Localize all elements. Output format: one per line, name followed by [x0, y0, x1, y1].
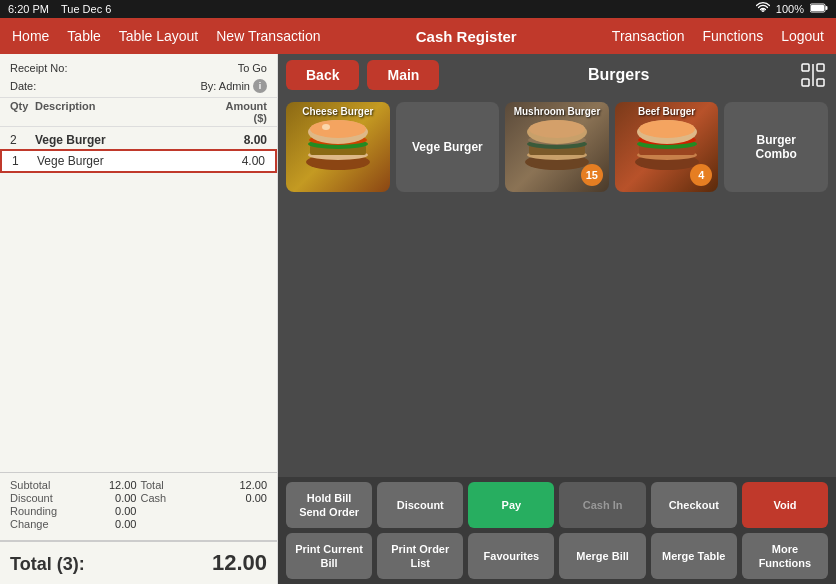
- empty2: [206, 505, 267, 517]
- menu-item-beef-burger[interactable]: Beef Burger 4: [615, 102, 719, 192]
- status-bar: 6:20 PM Tue Dec 6 100%: [0, 0, 836, 18]
- burger-combo-label: Burger Combo: [732, 129, 820, 166]
- subtotal-value: 12.00: [75, 479, 136, 491]
- beef-burger-name: Beef Burger: [615, 104, 719, 119]
- receipt-header: Receipt No: To Go Date: By: Admin i: [0, 54, 277, 98]
- item-desc: Vege Burger: [37, 154, 210, 168]
- main-layout: Receipt No: To Go Date: By: Admin i Qty …: [0, 54, 836, 584]
- admin-info: By: Admin i: [200, 78, 267, 96]
- to-go-label: To Go: [238, 60, 267, 78]
- date: Tue Dec 6: [61, 3, 111, 15]
- col-desc-header: Description: [35, 100, 212, 124]
- grand-total-value: 12.00: [212, 550, 267, 576]
- vege-burger-label: Vege Burger: [408, 136, 487, 158]
- nav-table-layout[interactable]: Table Layout: [119, 28, 198, 44]
- svg-point-24: [529, 120, 585, 138]
- checkout-button[interactable]: Checkout: [651, 482, 737, 528]
- nav-bar: Home Table Table Layout New Transaction …: [0, 18, 836, 54]
- menu-item-burger-combo[interactable]: Burger Combo: [724, 102, 828, 192]
- item-amount: 4.00: [210, 154, 265, 168]
- nav-transaction[interactable]: Transaction: [612, 28, 685, 44]
- receipt-totals: Subtotal 12.00 Total 12.00 Discount 0.00…: [0, 472, 277, 540]
- scan-icon[interactable]: [798, 60, 828, 90]
- svg-rect-7: [817, 79, 824, 86]
- time: 6:20 PM: [8, 3, 49, 15]
- change-label: Change: [10, 518, 71, 530]
- cheese-burger-image: [286, 107, 390, 187]
- top-action-bar: Back Main Burgers: [278, 54, 836, 96]
- rounding-value: 0.00: [75, 505, 136, 517]
- nav-functions[interactable]: Functions: [702, 28, 763, 44]
- receipt-panel: Receipt No: To Go Date: By: Admin i Qty …: [0, 54, 278, 584]
- nav-table[interactable]: Table: [67, 28, 100, 44]
- pay-button[interactable]: Pay: [468, 482, 554, 528]
- change-value: 0.00: [75, 518, 136, 530]
- back-button[interactable]: Back: [286, 60, 359, 90]
- menu-item-mushroom-burger[interactable]: Mushroom Burger 15: [505, 102, 609, 192]
- menu-grid: Cheese Burger Vege Burger: [278, 96, 836, 477]
- svg-point-16: [322, 124, 330, 130]
- battery-percent: 100%: [776, 3, 804, 15]
- item-amount: 8.00: [212, 133, 267, 147]
- info-icon[interactable]: i: [253, 79, 267, 93]
- nav-logout[interactable]: Logout: [781, 28, 824, 44]
- wifi-icon: [756, 2, 770, 16]
- merge-bill-button[interactable]: Merge Bill: [559, 533, 645, 579]
- status-time-date: 6:20 PM Tue Dec 6: [8, 3, 111, 15]
- empty4: [206, 518, 267, 530]
- empty1: [141, 505, 202, 517]
- svg-point-32: [639, 120, 695, 138]
- col-qty-header: Qty: [10, 100, 35, 124]
- receipt-no-label: Receipt No:: [10, 60, 67, 78]
- print-current-bill-button[interactable]: Print Current Bill: [286, 533, 372, 579]
- discount-label: Discount: [10, 492, 71, 504]
- status-right: 100%: [756, 2, 828, 16]
- rounding-label: Rounding: [10, 505, 71, 517]
- cheese-burger-name: Cheese Burger: [286, 104, 390, 119]
- by-admin-label: By: Admin: [200, 78, 250, 96]
- empty3: [141, 518, 202, 530]
- col-amount-header: Amount ($): [212, 100, 267, 124]
- svg-point-15: [310, 120, 366, 138]
- svg-rect-3: [802, 64, 809, 71]
- void-button[interactable]: Void: [742, 482, 828, 528]
- discount-button[interactable]: Discount: [377, 482, 463, 528]
- svg-rect-5: [817, 64, 824, 71]
- bottom-bar: Hold BillSend Order Discount Pay Cash In…: [278, 477, 836, 584]
- mushroom-burger-badge: 15: [581, 164, 603, 186]
- favourites-button[interactable]: Favourites: [468, 533, 554, 579]
- more-functions-button[interactable]: More Functions: [742, 533, 828, 579]
- receipt-column-headers: Qty Description Amount ($): [0, 98, 277, 127]
- menu-item-vege-burger[interactable]: Vege Burger: [396, 102, 500, 192]
- date-label: Date:: [10, 78, 36, 96]
- category-title: Burgers: [447, 66, 790, 84]
- receipt-item-summary[interactable]: 2 Vege Burger 8.00: [0, 131, 277, 149]
- item-desc: Vege Burger: [35, 133, 212, 147]
- mushroom-burger-name: Mushroom Burger: [505, 104, 609, 119]
- nav-right: Transaction Functions Logout: [612, 28, 824, 44]
- receipt-items: 2 Vege Burger 8.00 1 Vege Burger 4.00: [0, 127, 277, 472]
- subtotal-label: Subtotal: [10, 479, 71, 491]
- merge-table-button[interactable]: Merge Table: [651, 533, 737, 579]
- nav-home[interactable]: Home: [12, 28, 49, 44]
- nav-new-transaction[interactable]: New Transaction: [216, 28, 320, 44]
- cash-in-button: Cash In: [559, 482, 645, 528]
- svg-rect-1: [826, 6, 828, 10]
- right-panel: Back Main Burgers: [278, 54, 836, 584]
- hold-bill-button[interactable]: Hold BillSend Order: [286, 482, 372, 528]
- grand-total-bar: Total (3): 12.00: [0, 540, 277, 584]
- nav-left: Home Table Table Layout New Transaction: [12, 28, 321, 44]
- menu-item-cheese-burger[interactable]: Cheese Burger: [286, 102, 390, 192]
- receipt-item-selected[interactable]: 1 Vege Burger 4.00: [0, 149, 277, 173]
- item-qty: 2: [10, 133, 35, 147]
- svg-rect-2: [811, 5, 824, 11]
- nav-title: Cash Register: [321, 28, 612, 45]
- main-button[interactable]: Main: [367, 60, 439, 90]
- discount-value: 0.00: [75, 492, 136, 504]
- print-order-list-button[interactable]: Print Order List: [377, 533, 463, 579]
- item-qty: 1: [12, 154, 37, 168]
- total-value: 12.00: [206, 479, 267, 491]
- battery-icon: [810, 3, 828, 15]
- cash-label: Cash: [141, 492, 202, 504]
- total-label: Total: [141, 479, 202, 491]
